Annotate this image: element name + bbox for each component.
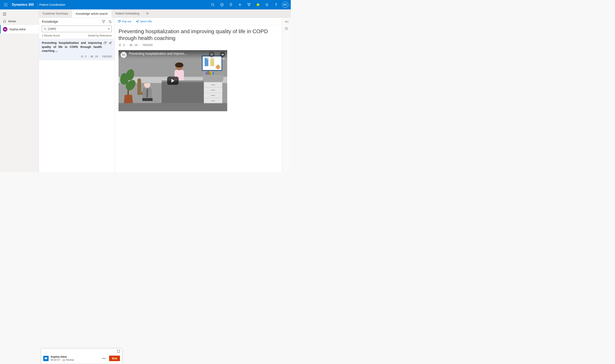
svg-rect-24 [104, 42, 106, 44]
result-views: 19 [95, 55, 98, 58]
article-date: 7/6/2020 [142, 43, 153, 47]
svg-point-27 [131, 45, 131, 45]
agent-script-icon[interactable] [285, 27, 288, 30]
svg-rect-26 [118, 21, 120, 22]
hamburger-icon[interactable] [0, 11, 39, 18]
top-navigation-bar: Dynamics 365 Patient Coordination MC [0, 0, 291, 9]
send-icon [136, 20, 139, 23]
divider [38, 3, 38, 7]
settings-icon[interactable] [263, 0, 271, 9]
svg-line-23 [45, 29, 46, 30]
lightbulb-icon[interactable] [227, 0, 235, 9]
nav-home-label: Home [8, 20, 16, 23]
add-icon[interactable] [236, 0, 244, 9]
knowledge-sort-icon[interactable] [109, 20, 112, 23]
tab-knowledge-search[interactable]: Knowledge article search [72, 9, 111, 18]
knowledge-search-input[interactable]: ✕ [42, 26, 112, 32]
search-result-item[interactable]: Preventing hospitalization and improving… [39, 39, 115, 60]
results-count: 1 Results found [42, 34, 60, 37]
video-player[interactable]: SA Preventing hospitalization and improv… [119, 50, 227, 111]
svg-point-15 [266, 4, 267, 5]
svg-point-22 [44, 28, 46, 29]
result-date: 7/6/2020 [102, 55, 112, 58]
svg-point-9 [211, 3, 214, 6]
knowledge-filter-icon[interactable] [102, 20, 105, 23]
presence-icon[interactable] [254, 0, 262, 9]
add-tab-button[interactable] [143, 12, 151, 15]
svg-point-6 [4, 6, 5, 6]
svg-point-4 [6, 4, 6, 5]
right-rail [282, 18, 291, 172]
svg-point-5 [7, 4, 7, 5]
popout-icon [118, 20, 121, 23]
article-views: 19 [135, 43, 137, 47]
collapse-panel-icon[interactable] [285, 20, 288, 24]
watch-later-button[interactable]: Watch later [206, 52, 217, 60]
search-icon [44, 27, 47, 30]
help-icon[interactable] [272, 0, 280, 9]
svg-point-25 [92, 56, 92, 57]
search-field[interactable] [47, 27, 108, 30]
nav-patient-label: Sophia Adne [9, 28, 26, 31]
svg-point-3 [4, 4, 5, 5]
user-avatar[interactable]: MC [282, 2, 288, 8]
svg-point-36 [285, 29, 285, 30]
svg-point-0 [4, 3, 5, 4]
brand-name[interactable]: Dynamics 365 [10, 3, 36, 7]
svg-point-2 [7, 3, 7, 4]
eye-icon [90, 55, 93, 58]
nav-home[interactable]: Home [0, 18, 39, 25]
sort-label[interactable]: Sorted by Relevance [88, 34, 112, 37]
result-rating: 0 [85, 55, 86, 58]
clear-search-icon[interactable]: ✕ [108, 27, 110, 30]
result-title: Preventing hospitalization and improving… [42, 41, 102, 53]
svg-point-35 [285, 28, 285, 29]
tab-bar: Customer Summary Knowledge article searc… [39, 9, 291, 18]
article-title: Preventing hospitalization and improving… [119, 28, 278, 41]
left-sidebar: Home SA Sophia Adne [0, 9, 39, 172]
sendurl-label: Send URL [140, 20, 152, 23]
play-button[interactable] [167, 77, 179, 85]
result-popout-icon[interactable] [104, 41, 107, 44]
share-button[interactable]: Share [220, 52, 225, 60]
home-icon [3, 20, 6, 23]
star-icon [81, 55, 83, 58]
star-icon [119, 44, 121, 46]
article-panel: Pop out Send URL Preventing hospitalizat… [115, 18, 282, 172]
nav-patient[interactable]: SA Sophia Adne [0, 25, 39, 34]
knowledge-title: Knowledge [42, 20, 58, 24]
tab-customer-summary[interactable]: Customer Summary [39, 9, 72, 18]
app-launcher-icon[interactable] [2, 3, 10, 6]
app-name[interactable]: Patient Coordination [39, 3, 65, 6]
video-title: Preventing hospitalization and improvi..… [129, 52, 206, 55]
task-icon[interactable] [218, 0, 226, 9]
svg-point-7 [6, 6, 6, 6]
filter-icon[interactable] [245, 0, 253, 9]
svg-point-8 [7, 6, 7, 6]
svg-point-1 [6, 3, 6, 4]
video-channel-avatar: SA [121, 52, 127, 58]
patient-avatar-icon: SA [3, 27, 7, 32]
svg-point-34 [285, 27, 285, 28]
knowledge-panel: Knowledge ✕ 1 Results found Sorted by Re… [39, 18, 115, 172]
popout-label: Pop out [122, 20, 131, 23]
svg-line-10 [214, 5, 215, 6]
svg-point-16 [276, 6, 276, 6]
eye-icon [130, 44, 133, 47]
svg-point-11 [220, 3, 223, 6]
search-icon[interactable] [209, 0, 217, 9]
sendurl-button[interactable]: Send URL [136, 20, 152, 23]
article-rating: 0 [123, 43, 125, 47]
tab-patient-scheduling[interactable]: Patient Scheduling [112, 9, 143, 18]
popout-button[interactable]: Pop out [118, 20, 131, 23]
result-send-icon[interactable] [109, 41, 112, 44]
